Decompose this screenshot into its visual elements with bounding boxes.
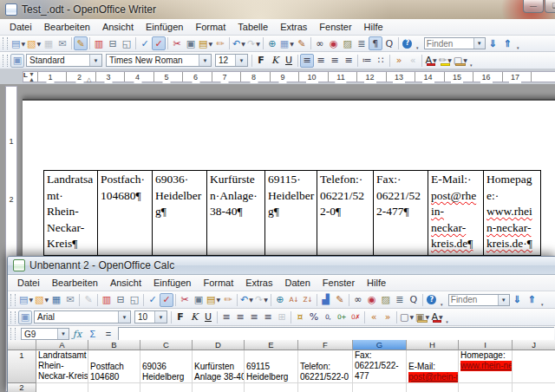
calc-menu-extras[interactable]: Extras [239, 277, 278, 289]
toolbar-overflow-button[interactable]: ▾ [539, 293, 545, 307]
writer-menu-einfgen[interactable]: Einfügen [140, 21, 189, 33]
cell-e2[interactable] [245, 383, 298, 392]
toolbar-grip[interactable] [3, 37, 8, 49]
writer-menu-extras[interactable]: Extras [274, 21, 313, 33]
hyperlink-cell-text[interactable]: www.rhein-nec [460, 361, 513, 371]
writer-menu-tabelle[interactable]: Tabelle [232, 21, 274, 33]
row-header-2[interactable]: 2 [8, 383, 36, 392]
toolbar-grip[interactable] [10, 328, 16, 340]
table-button-dropdown-icon[interactable]: ▼ [290, 41, 294, 47]
table-cell[interactable]: Telefon:·06221/522-0¶ [317, 171, 373, 255]
chevron-down-icon[interactable]: ▼ [235, 55, 247, 66]
styles-button[interactable]: ▣ [10, 54, 24, 68]
font-size-select[interactable]: 12▼ [215, 54, 248, 67]
sort-descending-button[interactable]: Z↓ [301, 293, 315, 307]
decrease-indent-button[interactable]: « [406, 54, 420, 68]
zoom-button[interactable]: Q [407, 293, 421, 307]
redo-button-dropdown-icon[interactable]: ▼ [264, 297, 268, 303]
cell-i1[interactable]: Homepage:www.rhein-nec [459, 350, 513, 383]
toolbar-grip[interactable] [10, 294, 16, 306]
table-cell[interactable]: Landratsamt·Rhein-Neckar-Kreis¶ [43, 171, 97, 255]
chevron-down-icon[interactable]: ▼ [118, 311, 130, 323]
numbered-list-button[interactable]: ≔ [360, 54, 374, 68]
page-preview-button[interactable]: ◱ [120, 36, 134, 50]
table-cell[interactable]: 69036·Heidelberg¶ [152, 171, 206, 255]
background-color-button[interactable]: ▢▼ [453, 54, 468, 68]
gallery-button[interactable]: ▨ [379, 293, 393, 307]
format-paintbrush-button[interactable]: ✏ [221, 293, 235, 307]
column-header-e[interactable]: E [245, 340, 298, 350]
cell-c2[interactable] [140, 383, 193, 392]
page-preview-button[interactable]: ◱ [127, 293, 141, 307]
email-button[interactable]: ✉ [56, 36, 69, 50]
equals-icon[interactable]: = [101, 328, 116, 341]
writer-menu-format[interactable]: Format [189, 21, 232, 33]
paragraph-style-select[interactable]: Standard▼ [26, 54, 102, 67]
undo-button[interactable]: ↶▼ [232, 36, 246, 50]
find-input[interactable] [425, 38, 473, 49]
cell-f2[interactable] [298, 383, 353, 392]
font-name-select[interactable]: Arial▼ [34, 310, 131, 323]
underline-button[interactable]: U [282, 54, 296, 68]
paste-button[interactable]: ▤▼ [198, 36, 213, 50]
chevron-down-icon[interactable]: ▼ [199, 55, 211, 66]
font-color-button[interactable]: A▼ [424, 54, 438, 68]
hyperlink-button[interactable]: ⊕ [265, 36, 279, 50]
new-document-button-dropdown-icon[interactable]: ▼ [21, 41, 25, 47]
help-button[interactable]: ? [425, 293, 439, 307]
toolbar-grip[interactable] [10, 311, 16, 323]
cell-g2[interactable] [353, 383, 407, 392]
print-button[interactable]: ⊟ [106, 36, 120, 50]
edit-mode-button[interactable]: ✎ [74, 36, 88, 50]
redo-button[interactable]: ↷▼ [254, 293, 269, 307]
column-header-g[interactable]: G [353, 340, 407, 350]
gallery-button[interactable]: ▨ [341, 36, 355, 50]
table-cell[interactable]: Homepage:·www.rhein-neckar-kreis.de·¶ [483, 171, 540, 255]
zoom-button[interactable]: Q [382, 36, 396, 50]
italic-button[interactable]: K [187, 310, 201, 324]
export-pdf-button[interactable]: ▥ [92, 36, 106, 50]
find-next-icon[interactable]: ⇓ [510, 293, 525, 307]
cell-reference-box[interactable]: G9 ▼ [21, 328, 69, 340]
new-document-button-dropdown-icon[interactable]: ▼ [29, 297, 33, 303]
find-replace-button[interactable]: ∞ [351, 293, 365, 307]
column-header-f[interactable]: F [298, 340, 353, 350]
writer-menu-datei[interactable]: Datei [3, 21, 38, 33]
new-document-button[interactable]: ▤▼ [10, 36, 26, 50]
find-previous-icon[interactable]: ⇑ [500, 36, 515, 50]
open-button-dropdown-icon[interactable]: ▼ [36, 41, 41, 47]
export-pdf-button[interactable]: ▥ [100, 293, 114, 307]
align-justify-button[interactable]: ≡ [261, 310, 275, 324]
table-cell[interactable]: Postfach·104680¶ [97, 171, 152, 255]
calc-titlebar[interactable]: Unbenannt 2 - OpenOffice Calc [8, 257, 555, 275]
hyperlink-cell-text[interactable]: post@rhein-ne [408, 372, 459, 382]
sum-icon[interactable]: Σ [85, 328, 101, 341]
align-left-button[interactable]: ≡ [300, 54, 314, 68]
navigator-button[interactable]: ◉ [365, 293, 379, 307]
formatting-marks-button[interactable]: ¶ [369, 36, 382, 50]
column-header-j[interactable]: J [513, 340, 555, 350]
writer-menu-ansicht[interactable]: Ansicht [96, 21, 140, 33]
merge-cells-button[interactable]: ⊞ [275, 310, 289, 324]
print-button[interactable]: ⊟ [114, 293, 127, 307]
cell-j1[interactable] [513, 350, 555, 383]
bold-button[interactable]: F [254, 54, 268, 68]
function-wizard-icon[interactable]: ƒx [69, 328, 85, 341]
underline-button[interactable]: U [201, 310, 215, 324]
hyperlink-button[interactable]: ⊕ [273, 293, 287, 307]
table-button[interactable]: ▦▼ [279, 36, 295, 50]
open-button-dropdown-icon[interactable]: ▼ [44, 297, 49, 303]
bullet-list-button[interactable]: ∷ [374, 54, 388, 68]
number-format-standard-button[interactable]: 0, [321, 310, 335, 324]
email-button[interactable]: ✉ [63, 293, 77, 307]
styles-button[interactable]: ▣ [18, 310, 32, 324]
align-right-button[interactable]: ≡ [247, 310, 261, 324]
align-center-button[interactable]: ≡ [314, 54, 328, 68]
cell-d2[interactable] [193, 383, 245, 392]
toolbar-overflow-button[interactable]: ▾ [415, 36, 421, 50]
calc-menu-datei[interactable]: Datei [11, 277, 46, 289]
font-color-button[interactable]: A▼ [430, 310, 444, 324]
borders-button[interactable]: ▢▼ [399, 310, 415, 324]
toolbar-overflow-button[interactable]: ▾ [468, 54, 474, 68]
table-cell[interactable]: Fax:·06221/522-477¶ [373, 171, 428, 255]
